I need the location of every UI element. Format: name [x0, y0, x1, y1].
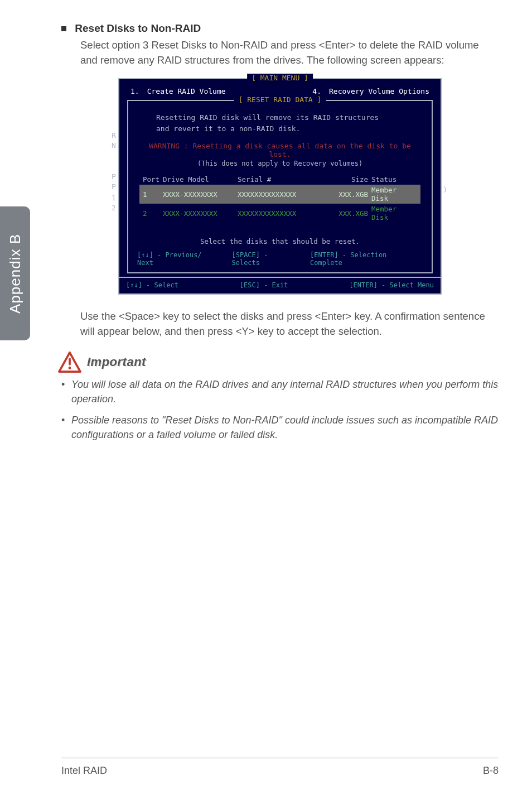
bios-side-paren: ) [443, 185, 447, 194]
col-header-status: Status [371, 175, 417, 184]
col-header-size: Size [332, 175, 371, 184]
bios-legend-row: [↑↓] - Previous/ Next [SPACE] - Selects … [137, 251, 423, 267]
warning-triangle-icon [58, 352, 81, 373]
page-content: Reset Disks to Non-RAID Select option 3 … [61, 22, 499, 799]
bios-legend-prev-next: [↑↓] - Previous/ Next [137, 251, 221, 267]
important-label: Important [87, 355, 146, 369]
bios-warning-subnote: (This does not apply to Recovery volumes… [137, 160, 423, 167]
footer-left: Intel RAID [61, 765, 107, 777]
bios-warning-text: WARNING : Resetting a disk causes all da… [137, 142, 423, 158]
section-heading-text: Reset Disks to Non-RAID [75, 22, 201, 34]
col-header-drive: Drive Model [163, 175, 238, 184]
bios-side-letter-r: R N [112, 131, 116, 151]
svg-rect-1 [69, 358, 71, 365]
section-heading: Reset Disks to Non-RAID [61, 22, 499, 35]
after-paragraph: Use the <Space> key to select the disks … [80, 309, 499, 339]
heading-bullet-icon [61, 26, 66, 31]
important-note-item: You will lose all data on the RAID drive… [61, 377, 499, 406]
bios-footer-esc: [ESC] - Exit [240, 281, 288, 289]
footer-right: B-8 [483, 765, 499, 777]
bios-reset-raid-panel: [ RESET RAID DATA ] Resetting RAID disk … [127, 100, 433, 274]
important-callout: Important [58, 352, 499, 373]
bios-select-disks-hint: Select the disks that should be reset. [137, 237, 423, 246]
bios-legend-enter: [ENTER] - Selection Complete [310, 251, 423, 267]
important-note-item: Possible reasons to "Reset Disks to Non-… [61, 413, 499, 442]
col-header-serial: Serial # [238, 175, 332, 184]
page-footer: Intel RAID B-8 [61, 758, 499, 777]
bios-reset-raid-title: [ RESET RAID DATA ] [234, 95, 326, 104]
bios-side-letter-p: P P [112, 172, 116, 192]
important-notes-list: You will lose all data on the RAID drive… [61, 377, 499, 442]
bios-disk-table-header: Port Drive Model Serial # Size Status [139, 174, 420, 185]
bios-screenshot: R N P P 1 2 ) [ MAIN MENU ] 1. Create RA… [118, 78, 442, 295]
bios-footer-menu: [ENTER] - Select Menu [349, 281, 434, 289]
bios-main-menu-panel: [ MAIN MENU ] 1. Create RAID Volume 4. R… [118, 78, 442, 278]
appendix-side-label: Appendix B [7, 234, 24, 314]
bios-menu-item-recovery-options[interactable]: 4. Recovery Volume Options [312, 87, 429, 95]
bios-menu-row: 1. Create RAID Volume 4. Recovery Volume… [127, 87, 433, 95]
bios-side-digit-1: 1 2 [112, 193, 116, 213]
bios-legend-space: [SPACE] - Selects [231, 251, 300, 267]
bios-menu-item-create-raid[interactable]: 1. Create RAID Volume [130, 87, 226, 95]
bios-reset-intro: Resetting RAID disk will remove its RAID… [137, 112, 423, 136]
intro-paragraph: Select option 3 Reset Disks to Non-RAID … [80, 38, 499, 68]
col-header-port: Port [143, 175, 163, 184]
bios-disk-table: Port Drive Model Serial # Size Status 1 … [137, 174, 423, 223]
bios-footer-select: [↑↓] - Select [126, 281, 178, 289]
bios-disk-row-selected[interactable]: 1 XXXX-XXXXXXXX XXXXXXXXXXXXXX XXX.XGB M… [139, 185, 420, 204]
appendix-side-tab: Appendix B [0, 206, 30, 340]
svg-point-2 [69, 367, 71, 369]
bios-disk-row[interactable]: 2 XXXX-XXXXXXXX XXXXXXXXXXXXXX XXX.XGB M… [139, 204, 420, 223]
bios-main-menu-title: [ MAIN MENU ] [247, 74, 313, 82]
bios-footer-bar: [↑↓] - Select [ESC] - Exit [ENTER] - Sel… [118, 278, 442, 295]
